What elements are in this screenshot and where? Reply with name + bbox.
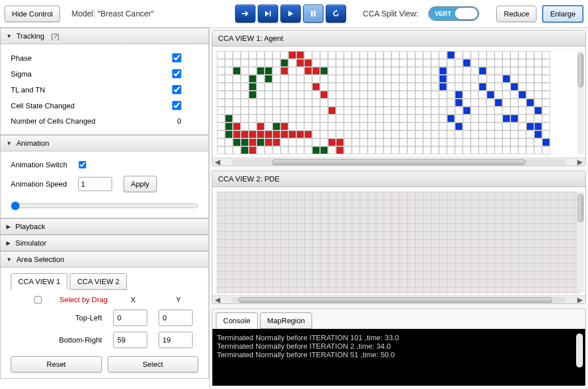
grid-cell[interactable]: [225, 59, 233, 67]
grid-cell[interactable]: [495, 130, 502, 138]
grid-cell[interactable]: [360, 138, 368, 146]
grid-cell[interactable]: [376, 51, 384, 59]
grid-cell[interactable]: [257, 99, 265, 107]
grid-cell[interactable]: [423, 146, 431, 154]
grid-cell[interactable]: [518, 107, 526, 115]
grid-cell[interactable]: [415, 138, 423, 146]
grid-cell[interactable]: [399, 91, 407, 99]
grid-cell[interactable]: [455, 146, 463, 154]
grid-cell[interactable]: [526, 83, 534, 91]
grid-cell[interactable]: [510, 138, 518, 146]
grid-cell[interactable]: [407, 99, 415, 107]
track-checkbox[interactable]: [172, 53, 181, 62]
grid-cell[interactable]: [431, 91, 439, 99]
grid-cell[interactable]: [241, 107, 249, 115]
select-by-drag-checkbox[interactable]: [21, 296, 55, 303]
grid-cell[interactable]: [336, 138, 344, 146]
grid-cell[interactable]: [518, 146, 526, 154]
grid-cell[interactable]: [368, 99, 376, 107]
grid-cell[interactable]: [265, 83, 272, 91]
tab-mapregion[interactable]: MapRegion: [260, 312, 313, 329]
grid-cell[interactable]: [368, 83, 376, 91]
grid-cell[interactable]: [368, 67, 376, 75]
grid-cell[interactable]: [225, 146, 233, 154]
grid-cell[interactable]: [312, 51, 320, 59]
grid-cell[interactable]: [312, 107, 320, 115]
grid-cell[interactable]: [320, 75, 328, 83]
grid-cell[interactable]: [502, 59, 510, 67]
grid-cell[interactable]: [272, 99, 280, 107]
grid-cell[interactable]: [352, 115, 360, 122]
grid-cell[interactable]: [534, 115, 542, 122]
grid-cell[interactable]: [225, 51, 233, 59]
grid-cell[interactable]: [534, 59, 542, 67]
grid-cell[interactable]: [518, 130, 526, 138]
grid-cell[interactable]: [225, 83, 233, 91]
grid-cell[interactable]: [328, 75, 336, 83]
grid-cell[interactable]: [439, 122, 447, 130]
grid-cell[interactable]: [471, 138, 479, 146]
grid-cell[interactable]: [487, 107, 495, 115]
grid-cell[interactable]: [368, 59, 376, 67]
grid-cell[interactable]: [225, 130, 233, 138]
grid-cell[interactable]: [479, 138, 487, 146]
area-header[interactable]: ▼ Area Selection: [0, 251, 209, 268]
grid-cell[interactable]: [312, 83, 320, 91]
grid-cell[interactable]: [217, 138, 225, 146]
tracking-header[interactable]: ▼ Tracking [?]: [0, 28, 209, 44]
grid-cell[interactable]: [471, 115, 479, 122]
grid-cell[interactable]: [415, 83, 423, 91]
grid-cell[interactable]: [249, 67, 257, 75]
grid-cell[interactable]: [542, 115, 550, 122]
grid-cell[interactable]: [471, 107, 479, 115]
grid-cell[interactable]: [502, 99, 510, 107]
grid-cell[interactable]: [241, 51, 249, 59]
grid-cell[interactable]: [280, 83, 288, 91]
grid-cell[interactable]: [487, 83, 495, 91]
grid-cell[interactable]: [336, 122, 344, 130]
grid-cell[interactable]: [265, 107, 272, 115]
grid-cell[interactable]: [328, 146, 336, 154]
grid-cell[interactable]: [296, 99, 304, 107]
grid-cell[interactable]: [320, 107, 328, 115]
grid-cell[interactable]: [526, 115, 534, 122]
grid-cell[interactable]: [233, 107, 241, 115]
tab-console[interactable]: Console: [216, 312, 258, 329]
grid-cell[interactable]: [352, 130, 360, 138]
grid-cell[interactable]: [328, 122, 336, 130]
grid-cell[interactable]: [368, 91, 376, 99]
grid-cell[interactable]: [352, 59, 360, 67]
grid-cell[interactable]: [407, 91, 415, 99]
grid-cell[interactable]: [518, 91, 526, 99]
topleft-y-input[interactable]: [159, 310, 193, 326]
grid-cell[interactable]: [495, 146, 502, 154]
grid-cell[interactable]: [423, 75, 431, 83]
grid-cell[interactable]: [312, 67, 320, 75]
grid-cell[interactable]: [487, 122, 495, 130]
grid-cell[interactable]: [487, 75, 495, 83]
grid-cell[interactable]: [534, 146, 542, 154]
view2-body[interactable]: ◀▶: [212, 187, 585, 303]
grid-cell[interactable]: [487, 67, 495, 75]
animation-header[interactable]: ▼ Animation: [0, 135, 209, 151]
grid-cell[interactable]: [257, 138, 265, 146]
grid-cell[interactable]: [360, 146, 368, 154]
animation-slider[interactable]: [11, 201, 198, 210]
grid-cell[interactable]: [415, 51, 423, 59]
grid-cell[interactable]: [241, 83, 249, 91]
grid-cell[interactable]: [479, 59, 487, 67]
grid-cell[interactable]: [502, 51, 510, 59]
grid-cell[interactable]: [225, 67, 233, 75]
grid-cell[interactable]: [225, 107, 233, 115]
grid-cell[interactable]: [415, 107, 423, 115]
grid-cell[interactable]: [407, 59, 415, 67]
grid-cell[interactable]: [384, 138, 391, 146]
grid-cell[interactable]: [217, 146, 225, 154]
grid-cell[interactable]: [272, 146, 280, 154]
grid-cell[interactable]: [352, 138, 360, 146]
grid-cell[interactable]: [233, 91, 241, 99]
grid-cell[interactable]: [542, 146, 550, 154]
grid-cell[interactable]: [471, 67, 479, 75]
grid-cell[interactable]: [344, 115, 352, 122]
grid-cell[interactable]: [344, 130, 352, 138]
